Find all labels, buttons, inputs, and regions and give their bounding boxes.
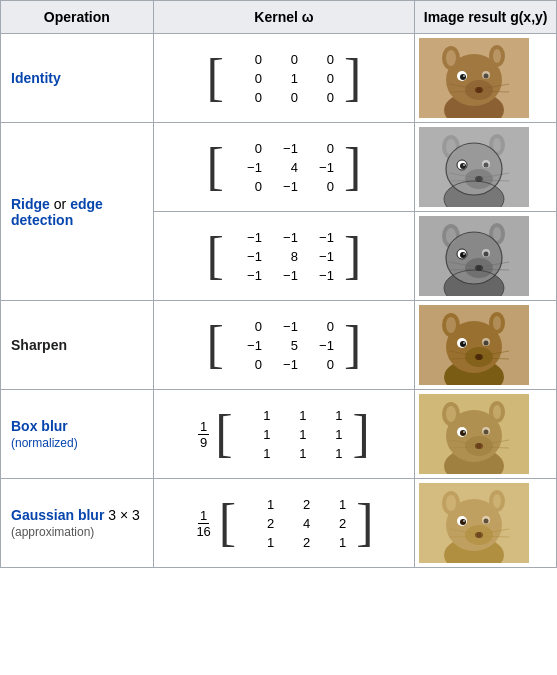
svg-point-75: [475, 354, 483, 360]
svg-point-68: [493, 316, 501, 330]
op-boxblur: Box blur (normalized): [1, 390, 154, 479]
col-header-operation: Operation: [1, 1, 154, 34]
op-gaussian: Gaussian blur 3 × 3 (approximation): [1, 479, 154, 568]
gaussian-size: 3 × 3: [108, 507, 140, 523]
svg-point-22: [446, 139, 456, 155]
boxblur-sub: (normalized): [11, 436, 78, 450]
svg-point-89: [460, 430, 466, 436]
svg-point-108: [463, 520, 465, 522]
result-ridge1: [415, 123, 557, 212]
result-gaussian: [415, 479, 557, 568]
svg-point-4: [446, 50, 456, 66]
op-sharpen: Sharpen: [1, 301, 154, 390]
svg-point-9: [460, 74, 466, 80]
svg-point-102: [446, 495, 456, 511]
svg-point-92: [484, 430, 489, 435]
sharpen-label: Sharpen: [11, 337, 67, 353]
row-ridge1: Ridge or edge detection [0−10−14−10−10]: [1, 123, 557, 212]
row-gaussian: Gaussian blur 3 × 3 (approximation) 116[…: [1, 479, 557, 568]
kernel-gaussian: 116[121242121]: [153, 479, 415, 568]
row-identity: Identity [000010000]: [1, 34, 557, 123]
svg-point-107: [460, 519, 466, 525]
svg-point-66: [446, 317, 456, 333]
result-ridge2: [415, 212, 557, 301]
identity-link[interactable]: Identity: [11, 70, 61, 86]
row-sharpen: Sharpen [0−10−15−10−10]: [1, 301, 557, 390]
kernel-identity: [000010000]: [153, 34, 415, 123]
svg-point-86: [493, 405, 501, 419]
row-boxblur: Box blur (normalized) 19[111111111]: [1, 390, 557, 479]
kernel-sharpen: [0−10−15−10−10]: [153, 301, 415, 390]
svg-point-6: [493, 49, 501, 63]
svg-point-52: [484, 252, 489, 257]
kernel-ridge1: [0−10−14−10−10]: [153, 123, 415, 212]
svg-point-46: [493, 227, 501, 241]
svg-point-49: [460, 252, 466, 258]
ridge-link[interactable]: Ridge: [11, 196, 50, 212]
kernel-ridge2: [−1−1−1−18−1−1−1−1]: [153, 212, 415, 301]
op-identity: Identity: [1, 34, 154, 123]
svg-point-110: [484, 519, 489, 524]
op-ridge: Ridge or edge detection: [1, 123, 154, 301]
svg-point-90: [463, 431, 465, 433]
svg-point-104: [493, 494, 501, 508]
gaussian-sub: (approximation): [11, 525, 94, 539]
svg-point-13: [475, 87, 483, 93]
svg-point-44: [446, 228, 456, 244]
svg-point-84: [446, 406, 456, 422]
svg-point-72: [463, 342, 465, 344]
svg-point-28: [463, 164, 465, 166]
svg-point-12: [484, 74, 489, 79]
svg-point-71: [460, 341, 466, 347]
result-identity: [415, 34, 557, 123]
gaussian-link[interactable]: Gaussian blur: [11, 507, 104, 523]
svg-point-24: [493, 138, 501, 152]
svg-point-50: [463, 253, 465, 255]
result-boxblur: [415, 390, 557, 479]
svg-point-74: [484, 341, 489, 346]
svg-point-27: [460, 163, 466, 169]
col-header-kernel: Kernel ω: [153, 1, 415, 34]
svg-point-93: [475, 443, 483, 449]
boxblur-link[interactable]: Box blur: [11, 418, 68, 434]
col-header-result: Image result g(x,y): [415, 1, 557, 34]
kernel-boxblur: 19[111111111]: [153, 390, 415, 479]
svg-point-30: [484, 163, 489, 168]
result-sharpen: [415, 301, 557, 390]
svg-point-10: [463, 75, 465, 77]
svg-point-111: [475, 532, 483, 538]
ridge-connector: or: [50, 196, 70, 212]
